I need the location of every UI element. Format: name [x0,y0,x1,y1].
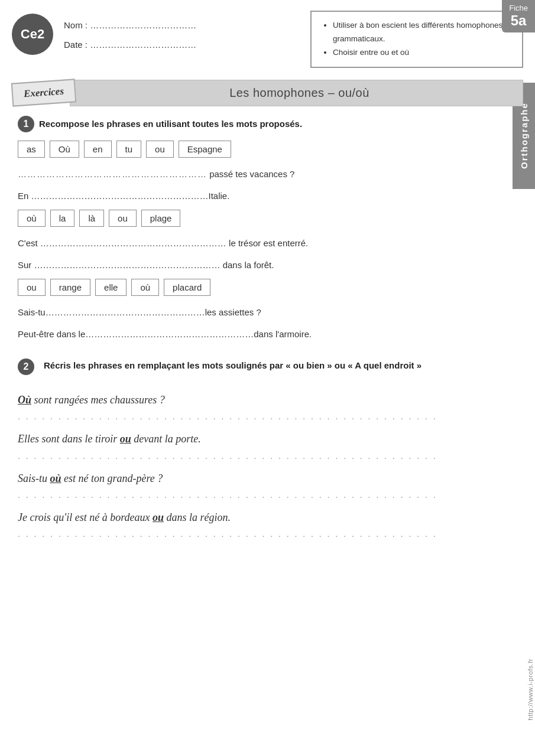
exercise-1-instruction: 1 Recompose les phrases en utilisant tou… [18,116,494,132]
word-box: la [50,210,75,227]
cursive-sentence-1: Où sont rangées mes chaussures ? [18,390,494,409]
word-box: en [84,141,112,158]
exercise-1-text: Recompose les phrases en utilisant toute… [39,119,302,129]
fiche-label: Fiche [509,4,528,12]
objective-1: Utiliser à bon escient les différents ho… [333,19,511,46]
word-box: là [79,210,104,227]
answer-dots-1: . . . . . . . . . . . . . . . . . . . . … [18,412,494,421]
exercise-2-instruction: Récris les phrases en remplaçant les mot… [44,359,421,373]
word-box: ou [146,141,174,158]
answer-dots-3: . . . . . . . . . . . . . . . . . . . . … [18,490,494,500]
page-header: Ce2 Nom : ……………………………… Date : …………………………… [0,0,535,74]
fill-line-3: C'est ……………………………………………………… le trésor es… [18,235,494,251]
cursive-sentence-3: Sais-tu où est né ton grand-père ? [18,469,494,488]
main-content: 1 Recompose les phrases en utilisant tou… [0,106,511,568]
exercise-2-num: 2 [18,359,34,375]
exercise-2: 2 Récris les phrases en remplaçant les m… [18,359,494,539]
word-box: ou [18,279,46,296]
exercises-header: Exercices Les homophones – ou/où [12,80,523,106]
word-box: où [131,279,159,296]
cursive-sentence-2: Elles sont dans le tiroir ou devant la p… [18,429,494,448]
level-badge: Ce2 [12,14,53,55]
word-box: où [18,210,46,227]
nom-line: Nom : ……………………………… [64,15,196,35]
fiche-number: 5a [509,12,528,29]
word-box: placard [164,279,210,296]
fill-line-4: Sur ……………………………………………………… dans la forêt. [18,257,494,273]
student-info: Nom : ……………………………… Date : ……………………………… [64,15,196,54]
word-set-1: asOùentuouEspagne [18,141,494,158]
word-box: ou [109,210,137,227]
word-box: tu [116,141,142,158]
word-box: plage [141,210,181,227]
cursive-sentence-4: Je crois qu'il est né à bordeaux ou dans… [18,508,494,527]
answer-dots-2: . . . . . . . . . . . . . . . . . . . . … [18,451,494,461]
date-line: Date : ……………………………… [64,35,196,54]
fill-line-1: …………………………………………………… passé tes vacances … [18,166,494,182]
fill-line-2: En ……………………………………………………Italie. [18,188,494,204]
website-label: http://www.i-profs.fr [527,659,534,721]
exercise-1-num: 1 [18,116,34,132]
word-set-2: oùlalàouplage [18,210,494,227]
word-box: Espagne [179,141,231,158]
word-box: elle [95,279,127,296]
objective-2: Choisir entre ou et où [333,46,511,60]
objectives-list: Utiliser à bon escient les différents ho… [322,19,511,60]
word-box: range [50,279,90,296]
section-title: Les homophones – ou/où [70,80,523,106]
objectives-box: Utiliser à bon escient les différents ho… [310,11,523,68]
word-set-3: ourangeelleoùplacard [18,279,494,296]
exercises-tag: Exercices [11,79,77,107]
fill-line-5: Sais-tu………………………………………………les assiettes ? [18,304,494,320]
word-box: as [18,141,45,158]
fill-line-6: Peut-être dans le…………………………………………………dans… [18,326,494,342]
exercise-1: 1 Recompose les phrases en utilisant tou… [18,116,494,342]
answer-dots-4: . . . . . . . . . . . . . . . . . . . . … [18,529,494,539]
word-box: Où [50,141,79,158]
